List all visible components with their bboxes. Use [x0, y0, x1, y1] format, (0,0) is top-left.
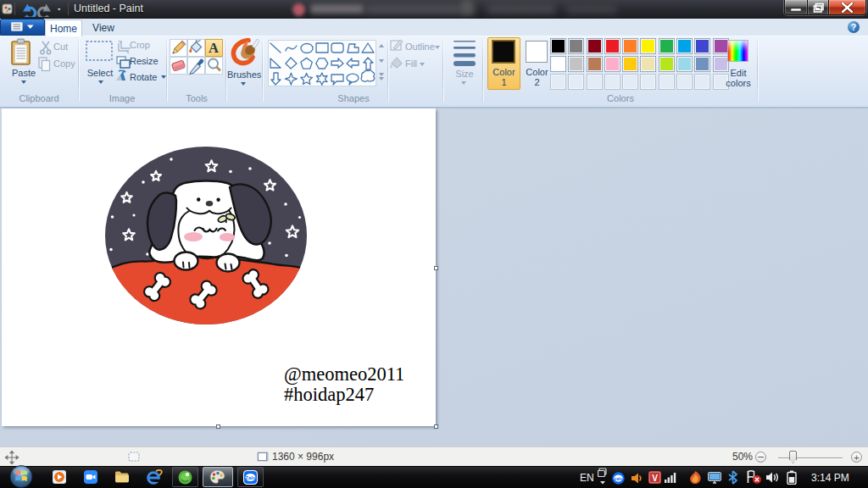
svg-text:V: V	[652, 474, 658, 483]
svg-text:Zalo: Zalo	[245, 475, 256, 480]
svg-text:zalo: zalo	[615, 476, 623, 481]
